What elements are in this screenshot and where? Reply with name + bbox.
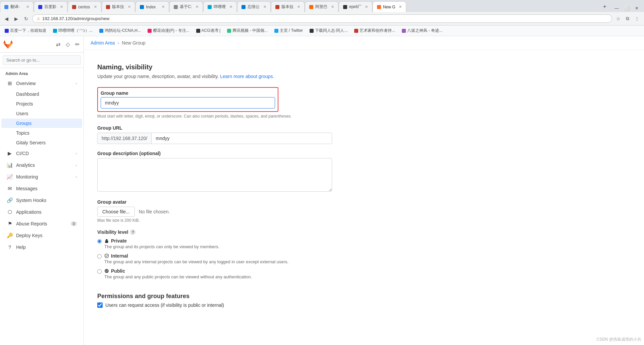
bookmark-item-6[interactable]: 主页 / Twitter [272,27,305,34]
sidebar-item-overview[interactable]: ⊞ Overview › [1,78,82,89]
visibility-help-icon[interactable]: ? [130,229,136,235]
sidebar-item-label: Topics [16,130,30,136]
tab-close-icon[interactable]: ✕ [399,5,402,9]
browser-tab-tab11[interactable]: epeli厂 ✕ [339,1,372,12]
tab-close-icon[interactable]: ✕ [60,5,63,9]
bookmark-item-9[interactable]: 八坂之神风 - 奇迹... [400,27,444,34]
visibility-internal-radio[interactable] [97,254,102,259]
sidebar-item-dashboard[interactable]: Dashboard [1,89,82,99]
sidebar-item-help[interactable]: ? Help [1,242,82,253]
expand-icon: › [76,163,77,167]
tab-close-icon[interactable]: ✕ [94,5,97,9]
sidebar-action-icons: ⇄ ◇ ✏ [55,40,81,49]
group-desc-textarea[interactable] [97,158,332,192]
breadcrumb-admin-link[interactable]: Admin Area [91,40,115,46]
minimize-button[interactable]: — [612,4,622,12]
bookmark-item-1[interactable]: 哔哩哔哩（'·'つ）... [51,27,95,34]
sidebar-item-users[interactable]: Users [1,109,82,118]
browser-tab-tab3[interactable]: centos ✕ [68,1,101,12]
tab-close-icon[interactable]: ✕ [229,5,232,9]
tab-label: 基于C: [180,4,192,10]
issues-icon[interactable]: ◇ [64,40,71,49]
section-title: Naming, visibility [97,63,473,71]
sidebar-item-deploy_keys[interactable]: 🔑 Deploy Keys [1,230,82,241]
sidebar-item-topics[interactable]: Topics [1,128,82,138]
tab-close-icon[interactable]: ✕ [263,5,266,9]
sidebar-item-system_hooks[interactable]: 🔗 System Hooks [1,195,82,206]
profile-button[interactable]: ☆ [614,14,623,23]
expand-icon: › [76,152,77,155]
file-size-hint: Max file size is 200 KiB. [97,218,473,223]
browser-tab-tab8[interactable]: 忘情公 ✕ [237,1,271,12]
search-input[interactable] [3,55,81,65]
sidebar-item-applications[interactable]: ⬡ Applications [1,206,82,218]
sidebar-item-monitoring[interactable]: 📈 Monitoring › [1,171,82,183]
browser-tab-tab12[interactable]: New G ✕ [373,1,406,12]
maximize-button[interactable]: ⬜ [622,4,632,12]
tab-close-icon[interactable]: ✕ [162,5,165,9]
browser-tab-tab2[interactable]: 百度影 ✕ [34,1,67,12]
browser-tab-tab7[interactable]: 哔哩哩 ✕ [203,1,237,12]
browser-tab-tab10[interactable]: 阿里巴 ✕ [305,1,338,12]
toolbar-actions: ☆ ⧉ ⋮ [614,14,641,23]
sidebar-item-cicd[interactable]: ▶ CI/CD › [1,148,82,159]
sidebar-item-gitaly[interactable]: Gitaly Servers [1,138,82,147]
tab-close-icon[interactable]: ✕ [196,5,199,9]
sidebar-item-messages[interactable]: ✉ Messages [1,183,82,194]
breadcrumb: Admin Area › New Group [84,36,644,50]
visibility-private-label[interactable]: Private [104,238,219,244]
browser-tab-tab1[interactable]: 翻译- ✕ [0,1,34,12]
forward-button[interactable]: ▶ [12,15,20,23]
tab-close-icon[interactable]: ✕ [297,5,300,9]
group-url-form-group: Group URL http://192.168.37.120/ [97,125,332,144]
group-url-input[interactable] [151,133,332,144]
sidebar-item-groups[interactable]: Groups [1,119,82,128]
back-button[interactable]: ◀ [3,15,10,23]
browser-tab-tab4[interactable]: 版本拉 ✕ [102,1,135,12]
visibility-private-radio[interactable] [97,239,102,244]
browser-tab-tab9[interactable]: 版本拉 ✕ [271,1,305,12]
tab-close-icon[interactable]: ✕ [128,5,131,9]
sidebar-item-label: Monitoring [16,174,72,180]
reload-button[interactable]: ↻ [22,15,30,23]
visibility-public-label[interactable]: Public [104,268,252,274]
bookmark-favicon [99,29,103,33]
sidebar-item-abuse_reports[interactable]: ⚑ Abuse Reports 0 [1,218,82,229]
globe-icon [104,269,109,273]
bookmark-favicon [402,29,406,33]
visibility-public-radio[interactable] [97,269,102,274]
bookmark-item-5[interactable]: 腾讯视频 - 中国领... [225,27,270,34]
bookmark-item-3[interactable]: 樱花动漫(P) - 专注... [146,27,192,34]
close-window-button[interactable]: ✕ [632,4,641,12]
browser-tab-tab5[interactable]: Index ✕ [136,1,169,12]
bookmark-item-7[interactable]: 下载同人志·同人... [308,27,350,34]
users-request-label[interactable]: Users can request access (if visibility … [105,302,224,308]
bookmark-item-2[interactable]: 鸿鹄论坛-CCNA,H... [97,27,143,34]
tab-close-icon[interactable]: ✕ [331,5,334,9]
bookmark-item-8[interactable]: 艺术家和创作者持... [352,27,397,34]
extensions-button[interactable]: ⧉ [624,14,631,23]
bookmark-item-0[interactable]: 百度一下，你就知道 [3,27,48,34]
address-bar[interactable]: ⚠ 192.168.37.120/admin/groups/new [32,14,612,23]
merge-requests-icon[interactable]: ⇄ [55,40,62,49]
visibility-private-desc: The group and its projects can only be v… [104,244,219,249]
compose-icon[interactable]: ✏ [74,40,81,49]
breadcrumb-separator: › [117,40,119,46]
settings-button[interactable]: ⋮ [633,14,641,23]
visibility-internal-label[interactable]: Internal [104,253,288,259]
sidebar-item-projects[interactable]: Projects [1,99,82,109]
tab-close-icon[interactable]: ✕ [365,5,368,9]
browser-tab-tab6[interactable]: 基于C: ✕ [169,1,203,12]
tab-close-icon[interactable]: ✕ [26,5,29,9]
new-tab-button[interactable]: + [600,2,609,12]
avatar-upload: Choose file... No file chosen. [97,207,473,217]
bookmark-item-4[interactable]: ACG港湾 | [194,27,222,34]
sidebar-item-label: Applications [16,209,77,215]
choose-file-button[interactable]: Choose file... [97,207,135,217]
group-name-input[interactable] [101,97,275,109]
group-name-hint: Must start with letter, digit, emoji, or… [97,114,332,119]
sidebar-icon-messages: ✉ [7,186,13,192]
sidebar-item-analytics[interactable]: 📊 Analytics › [1,159,82,171]
learn-more-link[interactable]: Learn more about groups. [220,74,274,79]
users-request-checkbox[interactable] [97,302,103,308]
